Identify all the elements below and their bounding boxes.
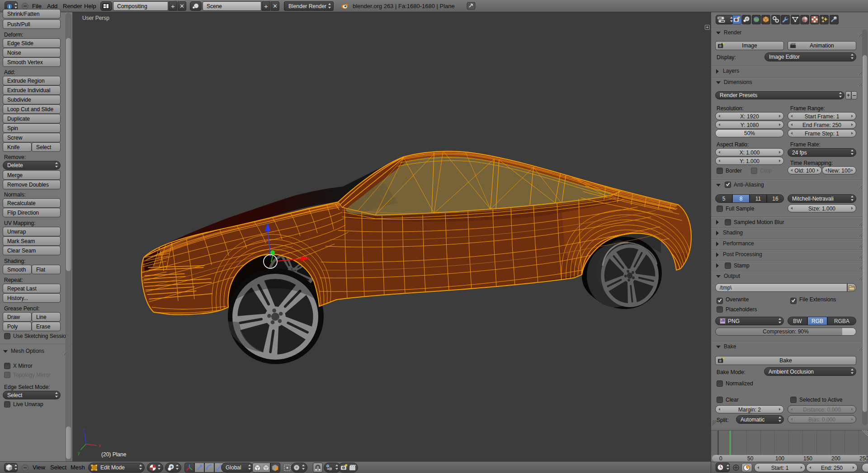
svg-text:i: i bbox=[9, 4, 10, 9]
svg-text:User Persp: User Persp bbox=[82, 15, 109, 21]
svg-text:y: y bbox=[78, 450, 80, 455]
svg-text:z: z bbox=[83, 427, 85, 432]
svg-text:x: x bbox=[99, 443, 101, 448]
svg-text:(20) Plane: (20) Plane bbox=[101, 451, 127, 458]
